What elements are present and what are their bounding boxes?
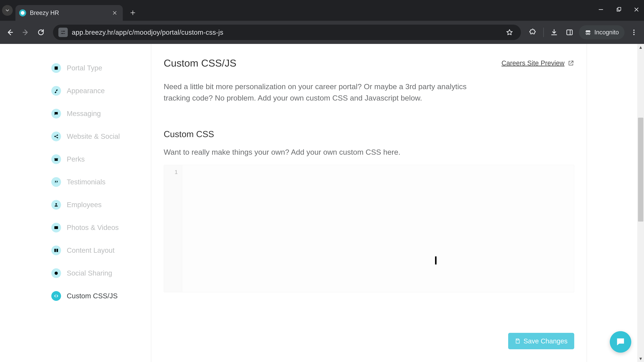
sidebar-item-label: Portal Type (67, 64, 102, 72)
page-title: Custom CSS/JS (164, 57, 236, 69)
save-button-label: Save Changes (524, 337, 568, 345)
svg-point-2 (64, 31, 64, 32)
sidebar-item-testimonials[interactable]: Testimonials (50, 171, 151, 193)
sidepanel-button[interactable] (564, 26, 576, 38)
new-tab-button[interactable] (128, 8, 138, 18)
layout-icon (51, 63, 61, 73)
window-minimize-button[interactable] (596, 5, 606, 14)
incognito-icon (585, 29, 591, 36)
svg-point-10 (633, 34, 634, 35)
nav-reload-button[interactable] (35, 26, 47, 38)
careers-preview-link[interactable]: Careers Site Preview (502, 59, 574, 67)
svg-point-8 (633, 30, 634, 31)
svg-point-17 (55, 203, 57, 205)
panel-icon (566, 29, 573, 36)
save-changes-button[interactable]: Save Changes (508, 333, 574, 349)
main-panel: Custom CSS/JS Careers Site Preview Need … (151, 44, 587, 362)
svg-rect-1 (618, 7, 621, 10)
sidebar-item-label: Social Sharing (67, 269, 112, 277)
sidebar-item-social-sharing[interactable]: Social Sharing (50, 262, 151, 285)
svg-point-9 (633, 32, 634, 33)
sidebar-item-label: Testimonials (67, 178, 106, 186)
quote-icon (51, 177, 61, 187)
sidebar-item-appearance[interactable]: Appearance (50, 79, 151, 102)
code-icon (51, 291, 61, 301)
tune-icon (60, 30, 66, 35)
svg-rect-11 (54, 66, 58, 70)
sidebar-item-content-layout[interactable]: Content Layout (50, 239, 151, 262)
minimize-icon (598, 7, 604, 12)
extensions-button[interactable] (527, 26, 539, 38)
share2-icon (51, 268, 61, 278)
sidebar-item-label: Content Layout (67, 246, 114, 254)
users-icon (51, 200, 61, 210)
window-close-button[interactable] (632, 5, 641, 14)
maximize-icon (616, 7, 622, 12)
browser-titlebar: Breezy HR (0, 0, 644, 21)
columns-icon (51, 246, 61, 255)
custom-css-editor[interactable]: 1 (164, 165, 574, 292)
share-icon (51, 132, 61, 141)
plus-icon (130, 10, 136, 16)
window-maximize-button[interactable] (614, 5, 623, 14)
site-settings-button[interactable] (58, 28, 68, 37)
svg-point-7 (588, 33, 590, 34)
tab-search-dropdown[interactable] (2, 5, 13, 16)
scroll-down-arrow[interactable]: ▼ (637, 355, 644, 362)
sidebar-item-website-social[interactable]: Website & Social (50, 125, 151, 148)
section-title-custom-css: Custom CSS (164, 129, 574, 139)
tab-close-button[interactable] (111, 9, 118, 16)
svg-rect-16 (54, 158, 58, 159)
svg-point-6 (586, 33, 588, 34)
preview-link-label: Careers Site Preview (502, 59, 564, 67)
browser-menu-button[interactable] (628, 26, 640, 38)
address-bar[interactable]: app.breezy.hr/app/c/moodjoy/portal/custo… (53, 25, 521, 40)
brush-icon (51, 86, 61, 96)
nav-back-button[interactable] (4, 26, 16, 38)
arrow-left-icon (6, 29, 14, 36)
scrollbar-thumb[interactable] (638, 118, 643, 222)
svg-point-3 (62, 33, 62, 34)
kebab-icon (630, 29, 638, 36)
sidebar-item-label: Messaging (67, 110, 101, 118)
close-icon (634, 7, 639, 12)
browser-tab[interactable]: Breezy HR (16, 5, 123, 21)
download-icon (550, 29, 558, 36)
sidebar-item-label: Perks (67, 155, 85, 163)
url-text: app.breezy.hr/app/c/moodjoy/portal/custo… (72, 29, 224, 36)
line-number: 1 (164, 169, 178, 175)
editor-textarea[interactable] (182, 165, 574, 292)
sidebar-item-label: Custom CSS/JS (67, 292, 118, 300)
nav-forward-button[interactable] (20, 26, 32, 38)
toolbar-separator (544, 28, 544, 37)
sidebar-item-messaging[interactable]: Messaging (50, 102, 151, 125)
downloads-button[interactable] (548, 26, 560, 38)
chat-bubble-icon (615, 337, 626, 347)
section-desc-custom-css: Want to really make things your own? Add… (164, 148, 574, 157)
chevron-down-icon (5, 8, 10, 13)
svg-rect-19 (54, 249, 56, 252)
sidebar-item-label: Photos & Videos (67, 224, 119, 232)
incognito-indicator[interactable]: Incognito (579, 25, 624, 39)
text-cursor (435, 256, 436, 265)
sidebar-item-custom-css-js[interactable]: Custom CSS/JS (50, 285, 151, 307)
sidebar-item-portal-type[interactable]: Portal Type (50, 57, 151, 79)
svg-rect-4 (567, 30, 572, 35)
sidebar-item-photos-videos[interactable]: Photos & Videos (50, 216, 151, 239)
puzzle-icon (529, 29, 537, 36)
window-controls (596, 5, 641, 14)
scroll-up-arrow[interactable]: ▲ (637, 44, 644, 51)
settings-sidebar: Portal Type Appearance Messaging Website… (50, 44, 151, 362)
bookmark-button[interactable] (504, 26, 516, 38)
star-icon (506, 29, 513, 36)
intercom-chat-button[interactable] (610, 331, 631, 353)
external-link-icon (568, 60, 574, 66)
svg-rect-18 (54, 226, 58, 229)
svg-rect-22 (517, 339, 518, 340)
sidebar-item-perks[interactable]: Perks (50, 148, 151, 171)
sidebar-item-employees[interactable]: Employees (50, 193, 151, 216)
sidebar-item-label: Employees (67, 201, 102, 209)
svg-point-21 (54, 272, 58, 275)
vertical-scrollbar[interactable]: ▲ ▼ (637, 44, 644, 362)
sidebar-item-label: Appearance (67, 87, 105, 95)
